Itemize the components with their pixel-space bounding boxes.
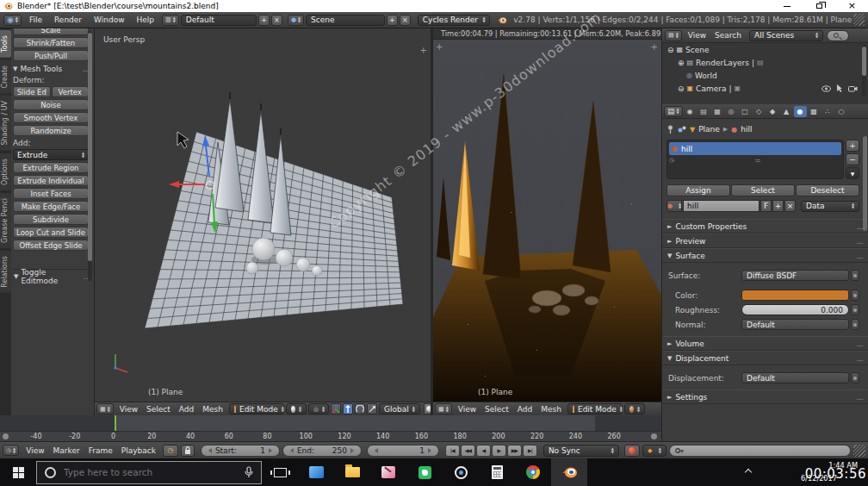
panel-grip[interactable]: .... bbox=[857, 393, 863, 402]
manipulator-translate-button[interactable] bbox=[343, 403, 353, 414]
properties-tab-physics[interactable]: ○ bbox=[835, 106, 848, 117]
new-material-button[interactable]: + bbox=[772, 200, 784, 212]
editor-type-button[interactable]: ◷ bbox=[3, 445, 19, 456]
panel-grip[interactable]: .... bbox=[857, 252, 863, 260]
diffuse-color-swatch[interactable] bbox=[741, 290, 849, 301]
material-slot-active[interactable]: ● hill bbox=[669, 142, 841, 155]
section-surface[interactable]: ▼Surface.... bbox=[662, 248, 868, 263]
section-preview[interactable]: ►Preview.... bbox=[662, 234, 868, 248]
tool-button-vertex[interactable]: Vertex bbox=[52, 86, 90, 97]
section-volume[interactable]: ►Volume.... bbox=[662, 336, 868, 351]
recorder-icon[interactable] bbox=[443, 458, 479, 486]
render-engine-dropdown[interactable]: Cycles Render bbox=[418, 15, 491, 26]
shelf-tab-tools[interactable]: Tools bbox=[0, 30, 11, 58]
increment-icon[interactable] bbox=[269, 448, 272, 453]
grip-icon[interactable]: = bbox=[754, 156, 761, 165]
section-settings[interactable]: ►Settings.... bbox=[662, 389, 868, 404]
properties-tab-particles[interactable]: ∴ bbox=[822, 106, 834, 117]
manipulator-axis-button[interactable] bbox=[331, 403, 341, 414]
region-expand-icon[interactable]: + bbox=[420, 46, 427, 55]
timeline-menu-playback[interactable]: Playback bbox=[117, 446, 160, 455]
properties-tab-object-data[interactable]: ▲ bbox=[780, 106, 793, 117]
properties-tab-render[interactable]: ◉ bbox=[684, 106, 697, 117]
selectability-cursor-icon[interactable] bbox=[836, 84, 843, 92]
tool-button-inset-faces[interactable]: Inset Faces bbox=[13, 188, 89, 199]
close-button[interactable]: × bbox=[848, 2, 856, 10]
outliner-item-label[interactable]: Scene bbox=[685, 46, 709, 54]
roughness-node-socket-button[interactable] bbox=[851, 304, 859, 315]
task-view-icon[interactable] bbox=[262, 458, 298, 486]
region-expand-icon[interactable]: + bbox=[651, 42, 658, 52]
viewport-menu-mesh[interactable]: Mesh bbox=[536, 405, 566, 414]
timeline-canvas[interactable] bbox=[0, 415, 661, 431]
play-button[interactable]: ▶ bbox=[492, 445, 506, 457]
pin-icon[interactable] bbox=[666, 125, 674, 134]
expander-icon[interactable]: ⊖ bbox=[678, 84, 685, 93]
end-frame-field[interactable]: End:250 bbox=[282, 445, 362, 457]
panel-grip[interactable]: .... bbox=[857, 222, 863, 231]
surface-shader-dropdown[interactable]: Diffuse BSDF bbox=[741, 270, 849, 281]
tray-expand-icon[interactable] bbox=[745, 469, 752, 476]
auto-keyframe-button[interactable] bbox=[624, 445, 640, 457]
timeline-menu-frame[interactable]: Frame bbox=[84, 446, 117, 455]
occlude-geometry-button[interactable] bbox=[424, 403, 431, 414]
outliner-filter-dropdown[interactable]: All Scenes bbox=[749, 30, 823, 41]
decrement-icon[interactable] bbox=[290, 448, 294, 453]
timeline-menu-marker[interactable]: Marker bbox=[49, 446, 84, 455]
deselect-button[interactable]: Deselect bbox=[796, 184, 859, 196]
transform-orientation-dropdown[interactable]: Global bbox=[379, 403, 420, 414]
viewport-rendered[interactable]: Time:00:04.79 | Remaining:00:13.61 | Mem… bbox=[433, 28, 661, 402]
snipping-tool-icon[interactable] bbox=[370, 458, 406, 486]
displacement-node-socket-button[interactable] bbox=[851, 372, 859, 383]
start-button[interactable] bbox=[0, 458, 36, 486]
panel-grip[interactable]: .... bbox=[857, 354, 863, 363]
properties-tab-modifiers[interactable]: ◆ bbox=[766, 106, 779, 117]
slot-specials-button[interactable]: ▼ bbox=[846, 167, 859, 179]
timeline-current-frame-cursor[interactable] bbox=[115, 415, 116, 431]
editor-type-button[interactable]: ▤ bbox=[665, 30, 682, 41]
decrement-icon[interactable] bbox=[208, 448, 212, 453]
properties-tab-object[interactable]: □ bbox=[739, 106, 752, 117]
mode-dropdown[interactable]: Edit Mode bbox=[567, 403, 623, 414]
next-keyframe-button[interactable]: ▶▶ bbox=[507, 445, 522, 457]
viewport-menu-add[interactable]: Add bbox=[513, 405, 536, 414]
scene-icon-button[interactable]: ● bbox=[288, 15, 304, 26]
mesh-tools-panel-header[interactable]: ▼Mesh Tools.... bbox=[13, 65, 89, 73]
timeline-scrollbar-cap[interactable] bbox=[651, 433, 657, 439]
pivot-dropdown[interactable]: ◎ bbox=[308, 403, 329, 414]
evernote-icon[interactable] bbox=[406, 458, 443, 486]
properties-tab-scene[interactable]: ▦ bbox=[711, 106, 724, 117]
jump-to-end-button[interactable]: ▶| bbox=[523, 445, 537, 457]
breadcrumb-material[interactable]: hill bbox=[741, 125, 752, 134]
section-custom-properties[interactable]: ►Custom Properties.... bbox=[662, 219, 868, 234]
section-displacement[interactable]: ▼Displacement.... bbox=[662, 351, 868, 365]
breadcrumb-object[interactable]: Plane bbox=[698, 125, 720, 134]
surface-node-socket-button[interactable] bbox=[851, 270, 859, 281]
current-frame-field[interactable]: 1 bbox=[367, 445, 439, 457]
select-button[interactable]: Select bbox=[731, 184, 795, 196]
menu-help[interactable]: Help bbox=[131, 16, 161, 24]
viewport-menu-add[interactable]: Add bbox=[175, 405, 198, 414]
jump-to-start-button[interactable]: |◀ bbox=[445, 445, 460, 457]
properties-scrollbar[interactable] bbox=[863, 136, 867, 231]
shelf-tab-create[interactable]: Create bbox=[0, 60, 11, 94]
menu-render[interactable]: Render bbox=[48, 16, 88, 24]
decrement-icon[interactable] bbox=[375, 448, 378, 453]
tool-button-make-edge-face[interactable]: Make Edge/Face bbox=[13, 201, 89, 212]
timeline-scale[interactable]: -40-200204060801001201401601802002202402… bbox=[0, 431, 661, 441]
outliner-menu-search[interactable]: Search bbox=[710, 31, 746, 40]
previous-keyframe-button[interactable]: ◀◀ bbox=[461, 445, 475, 457]
outliner-menu-view[interactable]: View bbox=[684, 31, 710, 40]
expander-icon[interactable]: ⊕ bbox=[678, 59, 685, 67]
node-editor-icon[interactable] bbox=[678, 125, 686, 134]
play-reverse-button[interactable]: ◀ bbox=[476, 445, 491, 457]
shelf-tab-grease-penci[interactable]: Grease Penci bbox=[0, 193, 11, 248]
layout-icon-button[interactable]: ▥ bbox=[162, 15, 179, 26]
delete-scene-button[interactable]: × bbox=[400, 15, 411, 26]
add-slot-button[interactable]: + bbox=[846, 140, 859, 152]
color-node-socket-button[interactable] bbox=[851, 290, 859, 301]
tool-button-extrude-individual[interactable]: Extrude Individual bbox=[13, 175, 89, 186]
microphone-icon[interactable] bbox=[245, 466, 253, 478]
remove-slot-button[interactable]: − bbox=[846, 153, 859, 165]
outliner-search-button[interactable] bbox=[827, 30, 849, 41]
